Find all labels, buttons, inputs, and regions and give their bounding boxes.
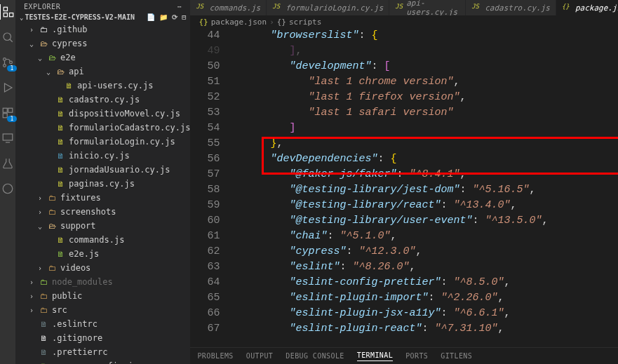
explorer-title: EXPLORER ⋯ <box>15 0 190 12</box>
panel-tab-problems[interactable]: PROBLEMS <box>197 352 233 360</box>
explorer-icon[interactable] <box>0 4 15 20</box>
file-icon: 🗎 <box>55 136 66 147</box>
tree-item[interactable]: 🗎jornadaUsuario.cy.js <box>15 163 190 177</box>
tab-label: api-users.cy.js <box>406 0 459 17</box>
new-file-icon[interactable]: 📄 <box>147 13 155 21</box>
breadcrumbs[interactable]: {} package.json › {} scripts <box>190 15 618 28</box>
activity-bar <box>0 0 15 364</box>
file-icon: 🗎 <box>38 332 49 344</box>
editor-tab[interactable]: JScadastro.cy.js <box>466 0 556 15</box>
code-line: "@testing-library/react": "^13.4.0", <box>232 198 618 213</box>
tree-item[interactable]: ⌄🗁support <box>15 219 190 233</box>
remote-icon[interactable] <box>0 130 15 146</box>
tree-item-label: .prettierrc <box>52 347 107 357</box>
refresh-icon[interactable]: ⟳ <box>172 13 177 21</box>
editor-area: JScommands.jsJSformularioLogin.cy.jsJSap… <box>190 0 618 364</box>
tab-bar: JScommands.jsJSformularioLogin.cy.jsJSap… <box>190 0 618 15</box>
debug-icon[interactable] <box>0 80 15 95</box>
tab-label: cadastro.cy.js <box>485 4 550 13</box>
tree-item[interactable]: ›🗀screenshots <box>15 205 190 219</box>
panel-tab-ports[interactable]: PORTS <box>405 352 428 360</box>
tree-item[interactable]: 🗎formularioCadastro.cy.js <box>15 121 190 135</box>
file-icon: 🗎 <box>55 164 66 175</box>
line-number: 56 <box>190 151 220 167</box>
code-content[interactable]: "browserslist": { ], "development": [ "l… <box>232 28 618 347</box>
tree-item[interactable]: 🗎formularioLogin.cy.js <box>15 135 190 149</box>
tree-item[interactable]: ⌄🗁cypress <box>15 36 190 50</box>
line-gutter: 4449505152535455565758596061626364656667 <box>190 28 232 347</box>
tree-item[interactable]: ›🗀node_modules <box>15 275 190 289</box>
code-editor[interactable]: 4449505152535455565758596061626364656667… <box>190 28 618 347</box>
code-line: }, <box>232 136 618 151</box>
tree-item-label: support <box>60 221 96 231</box>
tree-item[interactable]: 🗎paginas.cy.js <box>15 177 190 191</box>
svg-rect-9 <box>3 108 7 112</box>
code-line: "@testing-library/jest-dom": "^5.16.5", <box>232 182 618 198</box>
code-line: "chai": "^5.1.0", <box>232 229 618 244</box>
tree-item[interactable]: 🗎cadastro.cy.js <box>15 93 190 107</box>
project-header[interactable]: ⌄TESTES-E2E-CYPRESS-V2-MAIN 📄 📁 ⟳ ⊟ <box>15 12 190 22</box>
chevron-right-icon: › <box>269 18 274 27</box>
panel-tab-gitlens[interactable]: GITLENS <box>441 352 472 360</box>
tree-item-label: jornadaUsuario.cy.js <box>69 165 170 175</box>
tree-item[interactable]: 🗎inicio.cy.js <box>15 149 190 163</box>
panel-tab-debug-console[interactable]: DEBUG CONSOLE <box>286 352 344 360</box>
tree-item[interactable]: ⌄🗁e2e <box>15 50 190 65</box>
gitlens-icon[interactable] <box>0 181 15 196</box>
editor-tab[interactable]: JSformularioLogin.cy.js <box>267 0 389 15</box>
line-number: 44 <box>190 28 220 43</box>
tree-item-label: cadastro.cy.js <box>69 95 140 105</box>
panel-tab-output[interactable]: OUTPUT <box>246 352 274 360</box>
tree-item[interactable]: 🗎e2e.js <box>15 247 190 261</box>
code-line: "eslint-plugin-import": "^2.26.0", <box>232 290 618 306</box>
line-number: 65 <box>190 290 220 306</box>
file-icon: 🗎 <box>55 108 66 119</box>
code-line: "development": [ <box>232 59 618 74</box>
file-icon: 🗎 <box>55 234 66 245</box>
tree-item[interactable]: ⌄🗁api <box>15 65 190 79</box>
svg-line-4 <box>10 39 13 42</box>
tree-item[interactable]: 🗎commands.js <box>15 233 190 247</box>
tree-item[interactable]: ›🗀public <box>15 289 190 303</box>
line-number: 66 <box>190 306 220 321</box>
file-icon: 🗎 <box>55 248 66 259</box>
tree-item[interactable]: ›🗀fixtures <box>15 191 190 205</box>
tree-item[interactable]: 🗎api-users.cy.js <box>15 79 190 93</box>
tree-item[interactable]: 🗎.gitignore <box>15 331 190 345</box>
svg-rect-2 <box>10 13 13 17</box>
folder-open-icon: 🗁 <box>46 52 58 63</box>
folder-icon: 🗀 <box>46 262 58 274</box>
code-line: "eslint-plugin-jsx-a11y": "^6.6.1", <box>232 306 618 321</box>
file-tree[interactable]: ›🗀.github⌄🗁cypress⌄🗁e2e⌄🗁api🗎api-users.c… <box>15 22 190 364</box>
tree-item[interactable]: ›🗀.github <box>15 22 190 36</box>
tree-item-label: public <box>52 291 82 301</box>
tree-item[interactable]: 🗎cypress.config.js <box>15 359 190 364</box>
line-number: 57 <box>190 167 220 182</box>
tree-item-label: formularioCadastro.cy.js <box>69 123 190 133</box>
tree-item[interactable]: 🗎.eslintrc <box>15 317 190 331</box>
folder-icon: 🗀 <box>46 192 58 203</box>
folder-icon: 🗀 <box>38 24 49 35</box>
tree-item[interactable]: 🗎.prettierrc <box>15 345 190 359</box>
search-icon[interactable] <box>0 29 15 45</box>
panel-tab-terminal[interactable]: TERMINAL <box>357 351 393 361</box>
chevron-icon: › <box>38 208 46 216</box>
svg-rect-12 <box>3 134 13 140</box>
more-icon[interactable]: ⋯ <box>177 3 182 11</box>
editor-tab[interactable]: {}package.json× <box>556 0 618 15</box>
tree-item-label: fixtures <box>60 193 101 203</box>
tree-item[interactable]: ›🗀videos <box>15 261 190 275</box>
testing-icon[interactable] <box>0 156 15 171</box>
new-folder-icon[interactable]: 📁 <box>159 13 168 21</box>
line-number: 61 <box>190 229 220 244</box>
code-line: "eslint": "^8.26.0", <box>232 259 618 275</box>
tree-item[interactable]: 🗎dispositivoMovel.cy.js <box>15 107 190 121</box>
extensions-icon[interactable] <box>0 105 15 121</box>
editor-tab[interactable]: JSapi-users.cy.js <box>389 0 466 15</box>
tree-item-label: screenshots <box>60 207 116 217</box>
editor-tab[interactable]: JScommands.js <box>190 0 267 15</box>
source-control-icon[interactable] <box>0 55 15 70</box>
collapse-icon[interactable]: ⊟ <box>182 13 186 21</box>
svg-point-5 <box>4 58 6 61</box>
tree-item[interactable]: ›🗀src <box>15 303 190 317</box>
